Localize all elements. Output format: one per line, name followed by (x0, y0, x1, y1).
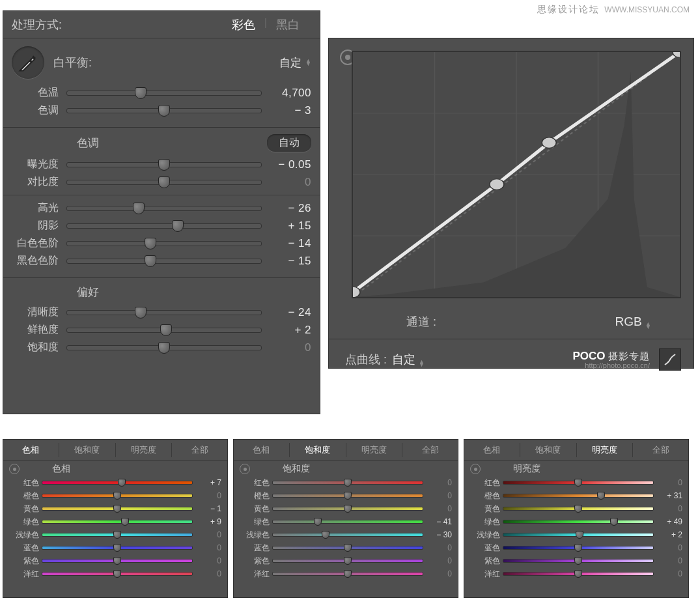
basic-panel: 处理方式: 彩色 | 黑白 白平衡: 自定▲▼ 色温 4,700 色调 − 3 (3, 10, 320, 414)
hsl-lum-orange-slider[interactable]: 橙色+ 31 (470, 489, 682, 502)
hsl-tabs: 色相饱和度明亮度全部 (464, 439, 689, 460)
hsl-hue-green-slider[interactable]: 绿色+ 9 (9, 515, 221, 528)
white-balance-picker-icon[interactable] (12, 46, 44, 79)
exposure-slider[interactable]: 曝光度 − 0.05 (12, 156, 311, 173)
hsl-sat-aqua-slider[interactable]: 浅绿色− 30 (240, 528, 452, 541)
hsl-lum-purple-slider[interactable]: 紫色0 (470, 554, 682, 567)
hsl-sat-red-slider[interactable]: 红色0 (240, 476, 452, 489)
hsl-hue-purple-slider[interactable]: 紫色0 (9, 554, 221, 567)
hsl-hue-magenta-slider[interactable]: 洋红0 (9, 567, 221, 580)
hsl-sat-panel: 色相饱和度明亮度全部饱和度红色0橙色0黄色0绿色− 41浅绿色− 30蓝色0紫色… (233, 439, 458, 598)
vibrance-slider[interactable]: 鲜艳度 + 2 (12, 321, 311, 339)
svg-point-9 (490, 179, 504, 190)
channel-label: 通道 : (406, 314, 436, 330)
hsl-hue-orange-slider[interactable]: 橙色0 (9, 489, 221, 502)
wb-dropdown[interactable]: 自定▲▼ (279, 55, 311, 70)
hsl-tab-all[interactable]: 全部 (402, 443, 458, 457)
hsl-hue-blue-slider[interactable]: 蓝色0 (9, 541, 221, 554)
hsl-tab-sat[interactable]: 饱和度 (290, 443, 346, 457)
blacks-slider[interactable]: 黑色色阶 − 15 (12, 252, 311, 270)
hsl-sat-green-slider[interactable]: 绿色− 41 (240, 515, 452, 528)
hsl-lum-green-slider[interactable]: 绿色+ 49 (470, 515, 682, 528)
pointcurve-dropdown[interactable]: 自定 ▲▼ (392, 352, 425, 367)
hsl-lum-magenta-slider[interactable]: 洋红0 (470, 567, 682, 580)
hsl-tab-sat[interactable]: 饱和度 (520, 443, 577, 457)
hsl-section-label: 饱和度 (283, 463, 310, 475)
contrast-slider[interactable]: 对比度 0 (12, 173, 311, 191)
hsl-tab-all[interactable]: 全部 (172, 443, 228, 457)
highlights-slider[interactable]: 高光 − 26 (12, 199, 311, 217)
hsl-sat-blue-slider[interactable]: 蓝色0 (240, 541, 452, 554)
treatment-label: 处理方式: (12, 17, 223, 33)
hsl-section-label: 明亮度 (513, 463, 540, 475)
watermark: 思缘设计论坛 WWW.MISSYUAN.COM (537, 4, 690, 16)
treatment-color[interactable]: 彩色 (223, 17, 264, 33)
hsl-tabs: 色相饱和度明亮度全部 (233, 439, 458, 460)
hsl-tab-sat[interactable]: 饱和度 (59, 443, 116, 457)
clarity-slider[interactable]: 清晰度 − 24 (12, 304, 311, 321)
tone-header: 色调 (77, 135, 99, 150)
hsl-section-label: 色相 (52, 463, 70, 475)
hsl-tab-lum[interactable]: 明亮度 (577, 443, 634, 457)
hsl-lum-yellow-slider[interactable]: 黄色0 (470, 502, 682, 515)
temp-slider[interactable]: 色温 4,700 (12, 84, 311, 102)
hsl-lum-aqua-slider[interactable]: 浅绿色+ 2 (470, 528, 682, 541)
shadows-slider[interactable]: 阴影 + 15 (12, 217, 311, 234)
target-adjust-icon[interactable] (470, 464, 481, 474)
hsl-tab-hue[interactable]: 色相 (464, 443, 520, 457)
hsl-tab-lum[interactable]: 明亮度 (346, 443, 403, 457)
saturation-slider[interactable]: 饱和度 0 (12, 339, 311, 356)
target-adjust-icon[interactable] (240, 464, 250, 474)
tint-slider[interactable]: 色调 − 3 (12, 102, 311, 119)
hsl-sat-orange-slider[interactable]: 橙色0 (240, 489, 452, 502)
hsl-hue-panel: 色相饱和度明亮度全部色相红色+ 7橙色0黄色− 1绿色+ 9浅绿色0蓝色0紫色0… (3, 439, 228, 598)
tone-curve-panel: 通道 : RGB ▲▼ 点曲线 : 自定 ▲▼ POCO 摄影专题 http:/… (328, 38, 694, 369)
hsl-sat-magenta-slider[interactable]: 洋红0 (240, 567, 452, 580)
hsl-sat-yellow-slider[interactable]: 黄色0 (240, 502, 452, 515)
hsl-tab-hue[interactable]: 色相 (233, 443, 290, 457)
hsl-hue-yellow-slider[interactable]: 黄色− 1 (9, 502, 221, 515)
poco-watermark: POCO 摄影专题 http://photo.poco.cn/ (425, 350, 650, 369)
hsl-lum-panel: 色相饱和度明亮度全部明亮度红色0橙色+ 31黄色0绿色+ 49浅绿色+ 2蓝色0… (464, 439, 689, 598)
hsl-hue-red-slider[interactable]: 红色+ 7 (9, 476, 221, 489)
channel-dropdown[interactable]: RGB ▲▼ (615, 315, 651, 329)
hsl-tabs: 色相饱和度明亮度全部 (3, 439, 228, 460)
tone-curve-graph[interactable] (352, 51, 681, 298)
hsl-hue-aqua-slider[interactable]: 浅绿色0 (9, 528, 221, 541)
hsl-tab-lum[interactable]: 明亮度 (116, 443, 173, 457)
hsl-lum-blue-slider[interactable]: 蓝色0 (470, 541, 682, 554)
curve-edit-icon[interactable] (659, 348, 681, 371)
hsl-sat-purple-slider[interactable]: 紫色0 (240, 554, 452, 567)
auto-tone-button[interactable]: 自动 (267, 134, 311, 152)
pointcurve-label: 点曲线 : (345, 352, 387, 367)
svg-point-10 (542, 137, 556, 149)
whites-slider[interactable]: 白色色阶 − 14 (12, 234, 311, 252)
treatment-bw[interactable]: 黑白 (267, 17, 309, 33)
hsl-tab-hue[interactable]: 色相 (3, 443, 59, 457)
target-adjust-icon[interactable] (9, 464, 20, 474)
hsl-tab-all[interactable]: 全部 (633, 443, 689, 457)
hsl-lum-red-slider[interactable]: 红色0 (470, 476, 682, 489)
presence-header: 偏好 (77, 285, 99, 300)
wb-label: 白平衡: (53, 55, 279, 70)
treatment-row: 处理方式: 彩色 | 黑白 (3, 10, 320, 38)
